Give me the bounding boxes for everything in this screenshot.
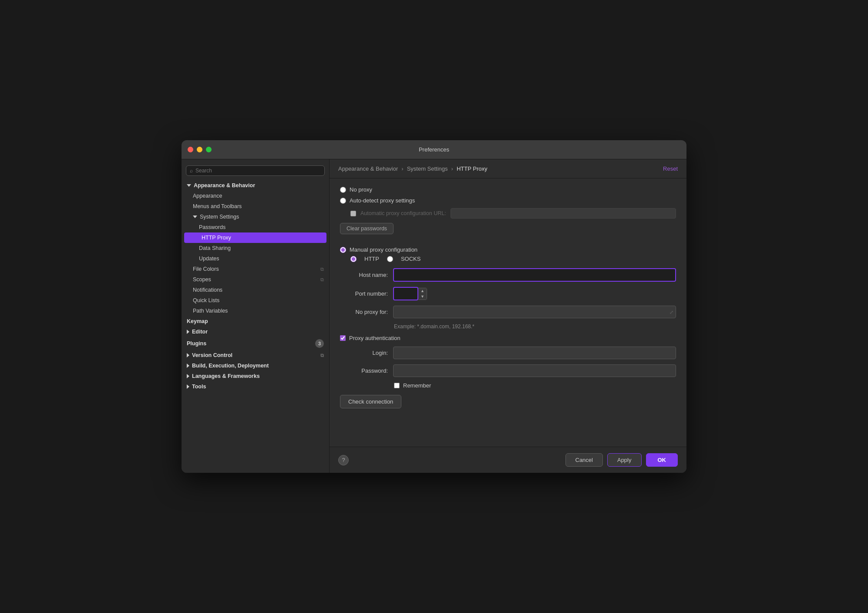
auto-proxy-url-input[interactable] [451, 208, 676, 219]
expand-icon [187, 374, 189, 378]
help-button[interactable]: ? [338, 455, 349, 465]
check-connection-button[interactable]: Check connection [340, 395, 401, 408]
ok-button[interactable]: OK [646, 453, 678, 467]
http-socks-row: HTTP SOCKS [350, 256, 676, 262]
maximize-button[interactable] [206, 147, 212, 152]
close-button[interactable] [188, 147, 193, 152]
no-proxy-for-input[interactable] [393, 306, 676, 318]
sidebar-item-appearance[interactable]: Appearance [182, 191, 329, 201]
breadcrumb-part2[interactable]: System Settings [407, 165, 448, 172]
expand-icon: ⤢ [670, 309, 673, 315]
socks-label: SOCKS [401, 256, 421, 262]
sidebar-item-editor[interactable]: Editor [182, 327, 329, 337]
sidebar-item-system-settings[interactable]: System Settings [182, 212, 329, 222]
copy-icon: ⧉ [320, 266, 324, 272]
no-proxy-row: No proxy [340, 186, 676, 193]
sidebar-item-updates[interactable]: Updates [182, 253, 329, 264]
auto-proxy-url-label: Automatic proxy configuration URL: [360, 210, 446, 216]
auto-proxy-url-checkbox[interactable] [350, 211, 356, 216]
http-radio[interactable] [350, 256, 357, 262]
search-icon: ⌕ [190, 168, 193, 174]
sidebar-item-passwords[interactable]: Passwords [182, 222, 329, 232]
sidebar-item-notifications[interactable]: Notifications [182, 285, 329, 295]
reset-button[interactable]: Reset [663, 165, 678, 172]
titlebar: Preferences [182, 140, 686, 159]
main-panel: Appearance & Behavior › System Settings … [330, 159, 686, 473]
login-label: Login: [340, 350, 388, 356]
proxy-auth-checkbox[interactable] [340, 335, 346, 341]
login-input[interactable] [393, 347, 676, 359]
port-number-label: Port number: [340, 290, 388, 297]
no-proxy-for-row: No proxy for: ⤢ [340, 306, 676, 318]
remember-row: Remember [394, 382, 676, 389]
expand-icon [187, 384, 189, 389]
expand-icon [187, 184, 191, 187]
port-input[interactable]: 80 [393, 287, 418, 300]
port-stepper: ▲ ▼ [418, 288, 427, 300]
sidebar-item-menus-toolbars[interactable]: Menus and Toolbars [182, 201, 329, 212]
manual-proxy-row: Manual proxy configuration [340, 246, 676, 253]
remember-checkbox[interactable] [394, 383, 400, 388]
copy-icon: ⧉ [320, 353, 324, 358]
search-input[interactable] [195, 168, 321, 174]
password-row: Password: [340, 364, 676, 377]
proxy-auth-row: Proxy authentication [340, 335, 676, 341]
sidebar-item-file-colors[interactable]: File Colors ⧉ [182, 264, 329, 274]
breadcrumb-sep1: › [401, 165, 403, 172]
password-input[interactable] [393, 364, 676, 377]
expand-icon [187, 353, 189, 357]
http-label: HTTP [364, 256, 379, 262]
traffic-lights [188, 147, 212, 152]
login-row: Login: [340, 347, 676, 359]
host-name-input[interactable] [393, 268, 676, 282]
sidebar-item-http-proxy[interactable]: HTTP Proxy [184, 232, 326, 243]
cancel-button[interactable]: Cancel [565, 453, 603, 467]
sidebar-item-languages-frameworks[interactable]: Languages & Frameworks [182, 371, 329, 381]
auto-detect-radio[interactable] [340, 198, 346, 204]
no-proxy-for-label: No proxy for: [340, 309, 388, 315]
example-text: Example: *.domain.com, 192.168.* [394, 323, 676, 330]
breadcrumb-path: Appearance & Behavior › System Settings … [338, 165, 488, 172]
socks-radio[interactable] [387, 256, 393, 262]
sidebar-item-plugins[interactable]: Plugins 3 [182, 337, 329, 350]
sidebar-item-keymap[interactable]: Keymap [182, 316, 329, 327]
copy-icon: ⧉ [320, 277, 324, 283]
plugins-badge: 3 [315, 339, 324, 348]
sidebar-item-appearance-behavior[interactable]: Appearance & Behavior [182, 180, 329, 191]
sidebar-item-version-control[interactable]: Version Control ⧉ [182, 350, 329, 360]
sidebar-item-data-sharing[interactable]: Data Sharing [182, 243, 329, 253]
breadcrumb-part1[interactable]: Appearance & Behavior [338, 165, 398, 172]
port-decrement-button[interactable]: ▼ [418, 294, 427, 300]
auto-detect-label: Auto-detect proxy settings [350, 197, 415, 204]
no-proxy-container: ⤢ [393, 306, 676, 318]
port-number-row: Port number: 80 ▲ ▼ [340, 287, 676, 300]
apply-button[interactable]: Apply [607, 453, 642, 467]
clear-passwords-container: Clear passwords [340, 223, 676, 240]
host-name-row: Host name: [340, 268, 676, 282]
breadcrumb-sep2: › [451, 165, 453, 172]
sidebar-item-build-execution[interactable]: Build, Execution, Deployment [182, 360, 329, 371]
auto-detect-row: Auto-detect proxy settings [340, 197, 676, 204]
minimize-button[interactable] [197, 147, 202, 152]
sidebar-item-path-variables[interactable]: Path Variables [182, 306, 329, 316]
manual-proxy-label: Manual proxy configuration [350, 246, 417, 253]
host-name-label: Host name: [340, 272, 388, 278]
breadcrumb-current: HTTP Proxy [457, 165, 488, 172]
proxy-auth-label: Proxy authentication [349, 335, 400, 341]
no-proxy-label: No proxy [350, 186, 372, 193]
sidebar: ⌕ Appearance & Behavior Appearance Menus… [182, 159, 330, 473]
bottom-bar: ? Cancel Apply OK [330, 447, 686, 473]
no-proxy-radio[interactable] [340, 187, 346, 193]
sidebar-item-quick-lists[interactable]: Quick Lists [182, 295, 329, 306]
breadcrumb: Appearance & Behavior › System Settings … [330, 159, 686, 179]
port-container: 80 ▲ ▼ [393, 287, 427, 300]
preferences-window: Preferences ⌕ Appearance & Behavior Appe… [182, 140, 686, 473]
search-box[interactable]: ⌕ [186, 165, 325, 176]
sidebar-item-scopes[interactable]: Scopes ⧉ [182, 274, 329, 285]
clear-passwords-button[interactable]: Clear passwords [340, 223, 394, 234]
form-area: No proxy Auto-detect proxy settings Auto… [330, 179, 686, 447]
sidebar-item-tools[interactable]: Tools [182, 381, 329, 392]
manual-proxy-radio[interactable] [340, 247, 346, 253]
port-increment-button[interactable]: ▲ [418, 288, 427, 294]
password-label: Password: [340, 367, 388, 374]
